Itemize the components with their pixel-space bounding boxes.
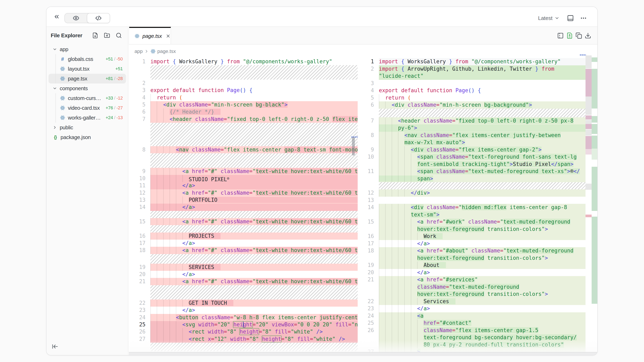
minimap-block — [592, 136, 598, 149]
code-row: 7 <header className="fixed top-0 left-0 … — [129, 116, 358, 123]
search-button[interactable] — [115, 32, 122, 39]
collapse-sidebar-button[interactable] — [50, 342, 60, 351]
preview-toggle-button[interactable] — [65, 13, 87, 23]
tree-file-video-card.tsx[interactable]: video-card.tsx+76 / -27 — [48, 103, 126, 113]
chevron-right-icon — [144, 49, 149, 53]
minimap-block — [592, 124, 598, 134]
code-row: 2import { ArrowUpRight, Github, Linkedin… — [358, 65, 586, 73]
minimap-block — [592, 116, 598, 123]
tree-file-layout.tsx[interactable]: layout.tsx+51 — [48, 64, 126, 74]
code-row: 4export default function Page() { — [358, 87, 586, 94]
minimap-block — [586, 129, 592, 136]
minimap-block — [586, 120, 592, 124]
copy-button[interactable] — [576, 32, 582, 39]
tab-bar: page.tsx — [129, 27, 597, 44]
folder-plus-icon — [104, 32, 110, 38]
diff-stats: +33 / -12 — [106, 95, 123, 101]
panel-bottom-button[interactable] — [565, 13, 576, 23]
file-label: page.tsx — [68, 75, 87, 82]
minimap-block — [592, 57, 598, 62]
chevron-down-icon — [52, 47, 57, 52]
diff-pane-old: 1import { WorksGallery } from "@/compone… — [129, 58, 358, 351]
chevrons-left-icon — [54, 13, 60, 20]
react-icon — [60, 76, 66, 81]
css-hash-icon: # — [60, 56, 66, 62]
code-row: hover:text-foreground transition-colors"… — [358, 226, 586, 233]
diff-filler-row — [129, 211, 358, 218]
code-row: 26 <rect width="8" height="8" fill="whit… — [129, 328, 358, 335]
code-row: 18 <a href="#" className="text-white hov… — [129, 247, 358, 254]
code-row: 5 <div className="min-h-screen bg-black"… — [129, 101, 358, 108]
version-dropdown[interactable]: Latest — [538, 15, 560, 21]
code-row: 3 — [358, 80, 586, 87]
code-row: py-6"> — [358, 124, 586, 132]
code-row: 18 <a href="#about" className="text-mute… — [358, 247, 586, 255]
code-row: 9 <a href="#" className="text-white hove… — [129, 168, 358, 175]
code-row: 17 </a> — [358, 240, 586, 247]
code-row: 16 Work — [358, 233, 586, 240]
react-icon — [150, 49, 156, 54]
diff-filler-row — [129, 153, 358, 168]
code-row: 21 <a href="#services" — [358, 276, 586, 283]
view-mode-toggle — [64, 13, 110, 23]
code-row: font-semibold tracking-tight">Studio Pix… — [358, 161, 586, 168]
breadcrumb-folder[interactable]: app — [134, 48, 143, 54]
copy-icon — [576, 32, 582, 39]
code-row: 15 <a href="#work" className="text-muted… — [358, 218, 586, 226]
minimap-block — [592, 167, 598, 211]
breadcrumb-file[interactable]: page.tsx — [157, 48, 176, 54]
file-plus-icon — [92, 32, 98, 38]
diff-stats: +76 / -27 — [106, 105, 123, 111]
diff-file-button[interactable] — [566, 32, 573, 39]
code-row: 1import { WorksGallery } from "@/compone… — [129, 58, 358, 65]
tree-folder-components[interactable]: components — [48, 83, 126, 93]
breadcrumb: app page.tsx — [129, 44, 597, 58]
tree-file-package.json[interactable]: {}package.json — [48, 132, 126, 142]
collapse-panel-button[interactable] — [52, 12, 61, 21]
more-options-button[interactable] — [578, 13, 589, 23]
tree-file-page.tsx[interactable]: page.tsx+81 / -28 — [48, 74, 126, 83]
tab-close-button[interactable] — [166, 33, 170, 39]
diff-stats: +51 — [115, 66, 123, 71]
chevron-right-icon — [52, 125, 57, 130]
code-toggle-button[interactable] — [87, 13, 110, 23]
tree-folder-app[interactable]: app — [48, 44, 126, 54]
tab-page-tsx[interactable]: page.tsx — [129, 27, 171, 44]
code-row: 7 <header className="fixed top-0 left-0 … — [358, 117, 586, 125]
code-row: 6 {/* Header */} — [129, 108, 358, 115]
horizontal-scrollbar[interactable] — [129, 352, 597, 355]
new-folder-button[interactable] — [104, 32, 110, 39]
download-button[interactable] — [585, 32, 591, 39]
code-row: 25 <svg width="20" height="20" viewBox="… — [129, 321, 358, 328]
file-label: app — [60, 46, 68, 52]
minimap-block — [586, 55, 592, 68]
tree-folder-public[interactable]: public — [48, 123, 126, 132]
minimap-block — [592, 217, 598, 304]
left-pane-scrollbar[interactable] — [352, 137, 355, 156]
minimap-block — [592, 149, 598, 160]
diff-minimap[interactable] — [586, 54, 598, 353]
file-label: public — [60, 124, 73, 131]
diff-filler-row — [129, 123, 358, 146]
code-row: 8 <nav className="flex items-center gap-… — [129, 146, 358, 153]
tree-file-custom-curs-[interactable]: custom-curs…+33 / -12 — [48, 93, 126, 103]
code-row: 24 <button className="w-8 h-8 flex items… — [129, 314, 358, 321]
code-row: 5 return ( — [358, 94, 586, 102]
minimap-block — [586, 184, 592, 190]
code-row: 3export default function Page() { — [129, 87, 358, 94]
new-file-button[interactable] — [92, 32, 99, 39]
file-label: works-galler… — [68, 115, 101, 121]
file-label: video-card.tsx — [68, 105, 100, 111]
react-icon — [60, 66, 66, 72]
code-row: 8 <nav className="flex items-center just… — [358, 132, 586, 139]
code-row: 17 </a> — [129, 240, 358, 247]
split-editor-button[interactable] — [557, 32, 564, 39]
diff-stats: +51 / -50 — [106, 56, 123, 62]
code-row: 26 className="flex items-center gap-1.5 — [358, 327, 586, 334]
code-row: 24 <a — [358, 312, 586, 320]
tree-file-globals.css[interactable]: #globals.css+51 / -50 — [48, 54, 126, 64]
code-row: className="text-muted-foreground — [358, 283, 586, 291]
tree-file-works-galler-[interactable]: works-galler…+24 / -13 — [48, 113, 126, 123]
diff-filler-row — [358, 182, 586, 189]
app-window: Latest File Explorer app#globals.css+51 … — [46, 6, 598, 356]
